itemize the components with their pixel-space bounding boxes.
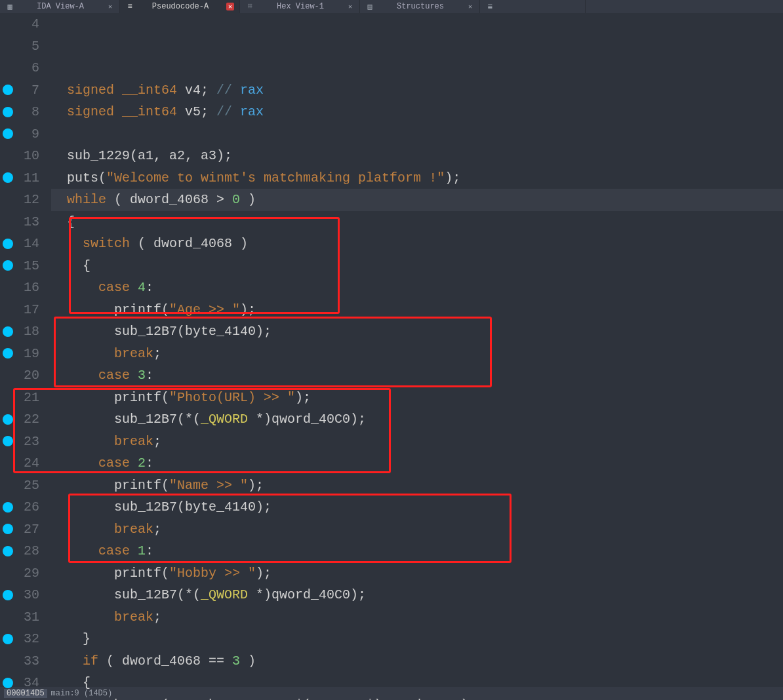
close-icon[interactable]: ✕ — [466, 3, 474, 10]
token — [51, 368, 98, 383]
code-line[interactable]: printf("Photo(URL) >> "); — [51, 387, 783, 409]
line-number[interactable]: 33 — [0, 650, 39, 672]
code-icon: ≡ — [125, 2, 134, 11]
line-number[interactable]: 34 — [0, 672, 39, 694]
tab-hex-view-1[interactable]: ⌗Hex View-1✕ — [240, 0, 360, 13]
code-line[interactable]: sub_1354(1LL, byte_4140, *(_QWORD *)qwor… — [51, 694, 783, 701]
breakpoint-dot[interactable] — [3, 502, 13, 513]
line-number[interactable]: 22 — [0, 408, 39, 431]
close-icon[interactable]: ✕ — [226, 3, 234, 10]
code-line[interactable]: sub_12B7(*(_QWORD *)qword_40C0); — [51, 584, 783, 606]
token: sub_12B7 — [114, 324, 177, 339]
breakpoint-dot[interactable] — [3, 260, 13, 271]
code-line[interactable]: printf("Name >> "); — [51, 475, 783, 497]
code-line[interactable]: sub_12B7(*(_QWORD *)qword_40C0); — [51, 408, 783, 431]
breakpoint-dot[interactable] — [3, 634, 13, 644]
line-number[interactable]: 12 — [0, 189, 39, 211]
line-number[interactable]: 4 — [0, 13, 39, 35]
close-icon[interactable]: ✕ — [346, 3, 354, 10]
line-number[interactable]: 20 — [0, 364, 39, 387]
token — [51, 478, 114, 493]
code-line[interactable]: sub_12B7(byte_4140); — [51, 496, 783, 518]
line-number[interactable]: 16 — [0, 277, 39, 299]
line-number[interactable]: 8 — [0, 101, 39, 123]
tab-structures[interactable]: ▤Structures✕ — [360, 0, 480, 13]
code-line[interactable]: { — [51, 211, 783, 233]
token — [51, 610, 114, 625]
code-line[interactable]: signed __int64 v5; // rax — [51, 101, 783, 123]
token: 3 — [138, 368, 146, 383]
line-number[interactable]: 32 — [0, 628, 39, 650]
token: ); — [460, 697, 476, 701]
code-line[interactable]: case 4: — [51, 277, 783, 299]
code-line[interactable]: { — [51, 255, 783, 277]
line-number[interactable]: 26 — [0, 496, 39, 518]
line-number[interactable]: 31 — [0, 606, 39, 629]
breakpoint-dot[interactable] — [3, 524, 13, 534]
line-number[interactable]: 9 — [0, 123, 39, 146]
breakpoint-dot[interactable] — [3, 107, 13, 117]
line-number[interactable]: 19 — [0, 343, 39, 365]
line-number[interactable]: 5 — [0, 35, 39, 58]
tab-extra[interactable]: ≣ — [480, 0, 586, 13]
token: *) — [248, 412, 271, 427]
line-number[interactable]: 10 — [0, 145, 39, 167]
breakpoint-dot[interactable] — [3, 546, 13, 556]
token: 0 — [232, 192, 240, 207]
line-number[interactable]: 17 — [0, 299, 39, 321]
code-line[interactable]: break; — [51, 606, 783, 629]
line-number[interactable]: 6 — [0, 57, 39, 79]
line-number[interactable]: 14 — [0, 233, 39, 255]
breakpoint-dot[interactable] — [3, 172, 13, 183]
close-icon[interactable]: ✕ — [106, 3, 114, 10]
code-line[interactable]: { — [51, 672, 783, 694]
code-line[interactable]: printf("Age >> "); — [51, 299, 783, 321]
code-line[interactable]: case 2: — [51, 452, 783, 475]
line-number[interactable]: 29 — [0, 562, 39, 585]
token: ; — [153, 522, 161, 537]
code-line[interactable]: signed __int64 v4; // rax — [51, 79, 783, 102]
line-number[interactable]: 25 — [0, 475, 39, 497]
breakpoint-dot[interactable] — [3, 678, 13, 688]
code-line[interactable]: sub_1229(a1, a2, a3); — [51, 145, 783, 167]
tab-ida-view-a[interactable]: ▦IDA View-A✕ — [0, 0, 120, 13]
breakpoint-dot[interactable] — [3, 348, 13, 359]
line-number[interactable]: 27 — [0, 518, 39, 541]
token: "Welcome to winmt's matchmaking platform… — [106, 170, 445, 185]
breakpoint-dot[interactable] — [3, 326, 13, 337]
code-line[interactable]: puts("Welcome to winmt's matchmaking pla… — [51, 167, 783, 189]
code-line[interactable]: } — [51, 628, 783, 650]
line-number[interactable]: 15 — [0, 255, 39, 277]
code-line[interactable]: case 1: — [51, 540, 783, 562]
line-number[interactable]: 28 — [0, 540, 39, 562]
code-line[interactable]: case 3: — [51, 364, 783, 387]
line-number[interactable]: 13 — [0, 211, 39, 233]
token: printf — [114, 566, 161, 581]
token — [51, 653, 83, 669]
line-number[interactable]: 30 — [0, 584, 39, 606]
code-line[interactable]: break; — [51, 431, 783, 453]
code-line[interactable]: if ( dword_4068 == 3 ) — [51, 650, 783, 672]
code-line[interactable]: while ( dword_4068 > 0 ) — [51, 189, 783, 211]
code-line[interactable]: break; — [51, 343, 783, 365]
code-line[interactable]: break; — [51, 518, 783, 541]
code-line[interactable] — [51, 123, 783, 146]
breakpoint-dot[interactable] — [3, 414, 13, 425]
code-area[interactable]: signed __int64 v4; // rax signed __int64… — [46, 13, 783, 687]
breakpoint-dot[interactable] — [3, 436, 13, 446]
line-number[interactable]: 7 — [0, 79, 39, 102]
breakpoint-dot[interactable] — [3, 590, 13, 600]
line-number[interactable]: 21 — [0, 387, 39, 409]
breakpoint-dot[interactable] — [3, 85, 13, 95]
code-line[interactable]: printf("Hobby >> "); — [51, 562, 783, 585]
line-number[interactable]: 24 — [0, 452, 39, 475]
line-number[interactable]: 11 — [0, 167, 39, 189]
breakpoint-dot[interactable] — [3, 128, 13, 139]
breakpoint-dot[interactable] — [3, 239, 13, 249]
tab-pseudocode-a[interactable]: ≡Pseudocode-A✕ — [120, 0, 240, 13]
line-number[interactable]: 18 — [0, 321, 39, 343]
code-line[interactable]: sub_12B7(byte_4140); — [51, 321, 783, 343]
line-number[interactable]: 23 — [0, 431, 39, 453]
token: printf — [114, 302, 161, 317]
code-line[interactable]: switch ( dword_4068 ) — [51, 233, 783, 255]
